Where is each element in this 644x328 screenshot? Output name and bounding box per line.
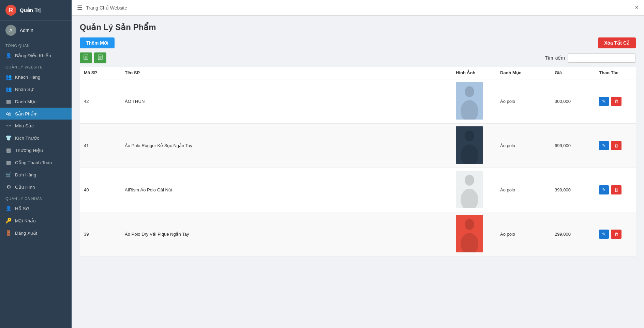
col-header-ten-sp: Tên SP: [121, 67, 452, 79]
search-input[interactable]: [568, 53, 636, 63]
edit-button[interactable]: ✎: [599, 185, 609, 194]
sidebar-item-label: Thương Hiệu: [15, 147, 43, 153]
product-table: Mã SP Tên SP Hình Ảnh Danh Mục Giá Thao …: [80, 67, 636, 256]
cell-gia: 399,000: [551, 168, 595, 212]
brand-icon: ▦: [5, 147, 12, 153]
cell-danh-muc: Áo polo: [496, 212, 551, 256]
action-buttons: ✎ 🗑: [599, 141, 632, 150]
sidebar-item-label: Đăng Xuất: [15, 230, 37, 236]
cell-danh-muc: Áo polo: [496, 124, 551, 168]
export-buttons: [80, 52, 106, 63]
col-header-ma-sp: Mã SP: [80, 67, 121, 79]
cell-hinh-anh: [452, 79, 496, 124]
color-icon: ✏: [5, 123, 12, 129]
config-icon: ⚙: [5, 184, 12, 190]
topbar-title: Trang Chủ Website: [86, 5, 127, 11]
sidebar-item-mau-sac[interactable]: ✏ Màu Sắc: [0, 120, 72, 132]
export-excel-button[interactable]: [80, 52, 92, 63]
products-icon: 🛍: [5, 111, 12, 116]
sidebar-item-cau-hinh[interactable]: ⚙ Cấu Hình: [0, 181, 72, 193]
cell-danh-muc: Áo polo: [496, 168, 551, 212]
sidebar-item-thuong-hieu[interactable]: ▦ Thương Hiệu: [0, 144, 72, 156]
cell-ma-sp: 41: [80, 124, 121, 168]
sidebar-item-danh-muc[interactable]: ▦ Danh Mục: [0, 95, 72, 108]
section-label-quan-ly-website: Quản Lý Website: [0, 62, 72, 71]
sidebar-item-dang-xuat[interactable]: 🚪 Đăng Xuất: [0, 227, 72, 239]
sidebar-item-khach-hang[interactable]: 👥 Khách Hàng: [0, 71, 72, 83]
table-row: 41 Áo Polo Rugger Kẻ Sọc Ngắn Tay Áo pol…: [80, 124, 636, 168]
table-header-row: Mã SP Tên SP Hình Ảnh Danh Mục Giá Thao …: [80, 67, 636, 79]
user-avatar: A: [5, 25, 16, 36]
cell-ten-sp: AIRism Áo Polo Gài Nút: [121, 168, 452, 212]
customers-icon: 👥: [5, 74, 12, 80]
delete-all-button[interactable]: Xóa Tất Cả: [598, 37, 636, 48]
cell-ma-sp: 40: [80, 168, 121, 212]
menu-icon[interactable]: ☰: [77, 4, 83, 12]
edit-button[interactable]: ✎: [599, 230, 609, 239]
sidebar-item-kich-thuoc[interactable]: 👕 Kích Thước: [0, 132, 72, 144]
cell-ma-sp: 42: [80, 79, 121, 124]
cell-thao-tac: ✎ 🗑: [595, 124, 636, 168]
sidebar: R Quản Trị A Admin Tổng Quan 👤 Bảng Điều…: [0, 0, 72, 328]
cell-thao-tac: ✎ 🗑: [595, 212, 636, 256]
cell-gia: 300,000: [551, 79, 595, 124]
profile-icon: 👤: [5, 205, 12, 212]
sidebar-item-label: Mật Khẩu: [15, 218, 36, 223]
sidebar-item-label: Kích Thước: [15, 135, 39, 141]
product-image: [456, 171, 492, 209]
col-header-gia: Giá: [551, 67, 595, 79]
product-image: [456, 82, 492, 121]
export-csv-button[interactable]: [94, 52, 106, 63]
search-bar: Tìm kiếm: [545, 53, 636, 63]
close-button[interactable]: ×: [635, 4, 639, 11]
sidebar-item-label: Cấu Hình: [15, 184, 35, 190]
product-image: [456, 215, 492, 253]
cell-thao-tac: ✎ 🗑: [595, 79, 636, 124]
edit-button[interactable]: ✎: [599, 97, 609, 106]
cell-ma-sp: 39: [80, 212, 121, 256]
sidebar-logo: R Quản Trị: [0, 0, 72, 21]
sidebar-item-label: Danh Mục: [15, 99, 36, 104]
sidebar-item-bang-dieu-khien[interactable]: 👤 Bảng Điều Khiển: [0, 49, 72, 62]
sidebar-item-mat-khau[interactable]: 🔑 Mật Khẩu: [0, 215, 72, 227]
add-new-button[interactable]: Thêm Mới: [80, 37, 115, 48]
sidebar-item-cong-thanh-toan[interactable]: ▦ Cổng Thanh Toán: [0, 156, 72, 169]
sidebar-item-don-hang[interactable]: 🛒 Đơn Hàng: [0, 169, 72, 181]
delete-button[interactable]: 🗑: [611, 230, 621, 239]
cell-ten-sp: Áo Polo Rugger Kẻ Sọc Ngắn Tay: [121, 124, 452, 168]
svg-point-15: [465, 175, 474, 186]
toolbar: Thêm Mới Xóa Tất Cả: [80, 37, 636, 48]
action-buttons: ✎ 🗑: [599, 97, 632, 106]
page-content: Quản Lý Sản Phẩm Thêm Mới Xóa Tất Cả Tìm…: [72, 16, 644, 328]
delete-button[interactable]: 🗑: [611, 141, 621, 150]
sidebar-item-nhan-su[interactable]: 👥 Nhân Sự: [0, 83, 72, 95]
action-buttons: ✎ 🗑: [599, 230, 632, 239]
sidebar-item-ho-so[interactable]: 👤 Hồ Sơ: [0, 202, 72, 215]
table-row: 42 ÁO THUN Áo polo 300,000 ✎ 🗑: [80, 79, 636, 124]
app-name: Quản Trị: [20, 7, 41, 13]
sidebar-item-label: Hồ Sơ: [15, 206, 29, 211]
sidebar-item-label: Khách Hàng: [15, 75, 40, 80]
user-name: Admin: [20, 28, 33, 33]
search-label: Tìm kiếm: [545, 55, 565, 61]
order-icon: 🛒: [5, 172, 12, 178]
sidebar-user: A Admin: [0, 21, 72, 40]
export-bar: Tìm kiếm: [80, 52, 636, 63]
payment-icon: ▦: [5, 159, 12, 166]
sidebar-item-san-pham[interactable]: 🛍 Sản Phẩm: [0, 108, 72, 120]
svg-point-12: [465, 130, 474, 141]
cell-thao-tac: ✎ 🗑: [595, 168, 636, 212]
size-icon: 👕: [5, 135, 12, 141]
cell-gia: 699,000: [551, 124, 595, 168]
section-label-tong-quan: Tổng Quan: [0, 40, 72, 49]
delete-button[interactable]: 🗑: [611, 185, 621, 194]
product-image: [456, 126, 492, 165]
col-header-danh-muc: Danh Mục: [496, 67, 551, 79]
col-header-thao-tac: Thao Tác: [595, 67, 636, 79]
logout-icon: 🚪: [5, 230, 12, 236]
topbar-left: ☰ Trang Chủ Website: [77, 4, 127, 12]
sidebar-item-label: Sản Phẩm: [15, 111, 38, 116]
delete-button[interactable]: 🗑: [611, 97, 621, 106]
edit-button[interactable]: ✎: [599, 141, 609, 150]
dashboard-icon: 👤: [5, 52, 12, 59]
